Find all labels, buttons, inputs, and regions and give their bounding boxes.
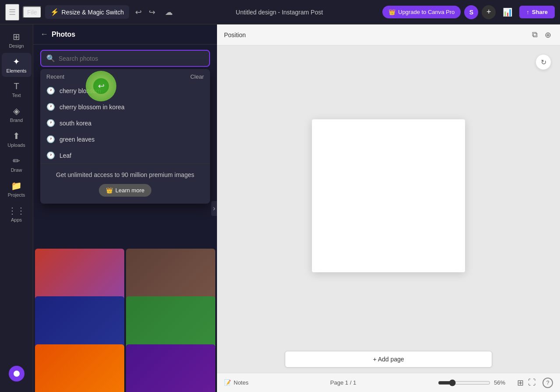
share-label: Share [532,9,548,15]
photo-item[interactable] [126,344,215,392]
dropdown-header: Recent Clear [40,69,210,83]
sidebar-item-label: Projects [8,192,25,198]
search-container: 🔍 ↩ Recent Clear 🕐 cherry blossom 🕐 [33,45,217,72]
clock-icon: 🕐 [46,135,55,143]
zoom-percentage: 56% [494,379,511,386]
learn-more-button[interactable]: 👑 Learn more [99,184,151,197]
list-item[interactable]: 🕐 cherry blossom in korea [40,99,210,115]
undo-redo-group: ↩ ↪ [133,6,158,19]
sidebar-item-label: Text [12,93,21,98]
elements-icon: ✦ [13,56,20,67]
clock-icon: 🕐 [46,119,55,127]
sidebar-item-label: Design [9,43,24,49]
position-label: Position [224,31,246,38]
left-sidebar: ⊞ Design ✦ Elements T Text ◈ Brand ⬆ Upl… [0,24,33,392]
sidebar-item-draw[interactable]: ✏ Draw [2,152,32,176]
projects-icon: 📁 [11,180,22,191]
main-layout: ⊞ Design ✦ Elements T Text ◈ Brand ⬆ Upl… [0,24,560,392]
search-suggestion-label: south korea [60,120,91,127]
resize-icon: ⚡ [50,8,59,16]
share-button[interactable]: ↑ Share [519,6,555,18]
record-dot[interactable] [9,366,24,382]
resize-magic-switch-button[interactable]: ⚡ Resize & Magic Switch [45,5,129,19]
promo-box: Get unlimited access to 90 million premi… [40,163,210,204]
clock-icon: 🕐 [46,87,55,95]
photo-grid [33,247,217,392]
clear-button[interactable]: Clear [190,73,204,80]
sidebar-item-projects[interactable]: 📁 Projects [2,177,32,201]
canvas-area: Position ⧉ ⊕ ↻ + Add page 📝 Notes Page 1… [217,24,560,392]
text-icon: T [14,81,19,91]
search-suggestion-label: green leaves [60,136,94,143]
sidebar-item-text[interactable]: T Text [2,78,32,101]
sidebar-item-elements[interactable]: ✦ Elements [2,53,32,77]
view-grid-button[interactable]: ⊞ [516,377,525,389]
cloud-save-button[interactable]: ☁ [161,6,176,19]
design-icon: ⊞ [13,31,20,42]
search-icon: 🔍 [46,54,55,62]
clock-icon: 🕐 [46,151,55,160]
photo-item[interactable] [35,344,124,392]
topbar-right-group: 👑 Upgrade to Canva Pro S + 📊 ↑ Share [382,5,555,19]
canvas-topbar-right: ⧉ ⊕ [530,28,553,42]
brand-icon: ◈ [13,106,20,116]
sidebar-item-label: Brand [10,118,23,123]
sidebar-item-design[interactable]: ⊞ Design [2,28,32,52]
notes-button[interactable]: 📝 Notes [224,379,248,386]
upgrade-label: Upgrade to Canva Pro [398,9,455,15]
list-item[interactable]: 🕐 Leaf [40,147,210,163]
expand-icon[interactable]: ⊕ [543,28,553,42]
analytics-button[interactable]: 📊 [499,6,516,19]
share-icon: ↑ [526,9,529,15]
panel-scroll-button[interactable]: › [211,201,217,216]
page-info: Page 1 / 1 [330,379,356,386]
canvas-document[interactable] [312,119,465,272]
help-button[interactable]: ? [542,378,553,388]
search-suggestion-label: cherry blossom in korea [60,104,125,111]
panel-back-button[interactable]: ← [40,30,48,39]
copy-icon[interactable]: ⧉ [530,28,539,42]
avatar[interactable]: S [464,5,478,19]
search-dropdown: Recent Clear 🕐 cherry blossom 🕐 cherry b… [40,69,210,204]
list-item[interactable]: 🕐 south korea [40,115,210,131]
undo-button[interactable]: ↩ [133,6,144,19]
search-suggestion-label: cherry blossom [60,87,101,94]
panel-title: Photos [52,31,75,38]
zoom-slider[interactable] [438,379,490,386]
zoom-slider-area: 56% [438,379,511,386]
list-item[interactable]: 🕐 green leaves [40,131,210,147]
view-expand-button[interactable]: ⛶ [527,377,537,389]
canvas-bottombar: 📝 Notes Page 1 / 1 56% ⊞ ⛶ ? [217,373,560,392]
promo-icon: 👑 [106,187,113,194]
search-suggestion-label: Leaf [60,152,71,159]
panel-header: ← Photos [33,24,217,45]
panel-area: ← Photos 🔍 ↩ Recent Clear 🕐 cherry blo [33,24,217,392]
document-title: Untitled design - Instagram Post [236,9,323,16]
canvas-refresh-button[interactable]: ↻ [536,54,551,70]
resize-label: Resize & Magic Switch [62,9,124,16]
canvas-topbar: Position ⧉ ⊕ [217,24,560,45]
file-menu[interactable]: File [23,6,42,18]
sidebar-item-label: Apps [11,217,22,222]
notes-icon: 📝 [224,379,231,386]
add-collaborator-button[interactable]: + [482,5,496,19]
list-item[interactable]: 🕐 cherry blossom [40,83,210,99]
topbar: ☰ File ⚡ Resize & Magic Switch ↩ ↪ ☁ Unt… [0,0,560,24]
draw-icon: ✏ [13,156,20,166]
promo-text: Get unlimited access to 90 million premi… [46,171,204,180]
sidebar-item-uploads[interactable]: ⬆ Uploads [2,127,32,151]
menu-icon[interactable]: ☰ [5,4,19,21]
add-page-button[interactable]: + Add page [285,351,492,368]
canvas-main: ↻ [217,45,560,346]
sidebar-item-label: Elements [7,68,27,73]
clock-icon: 🕐 [46,103,55,111]
redo-button[interactable]: ↪ [146,6,158,19]
sidebar-item-label: Draw [11,167,22,173]
sidebar-item-brand[interactable]: ◈ Brand [2,102,32,126]
upgrade-button[interactable]: 👑 Upgrade to Canva Pro [382,6,461,18]
sidebar-item-apps[interactable]: ⋮⋮ Apps [2,202,32,226]
title-area: Untitled design - Instagram Post [180,9,379,16]
sidebar-item-label: Uploads [7,142,25,148]
promo-label: Learn more [116,187,144,194]
search-input[interactable] [59,55,204,62]
